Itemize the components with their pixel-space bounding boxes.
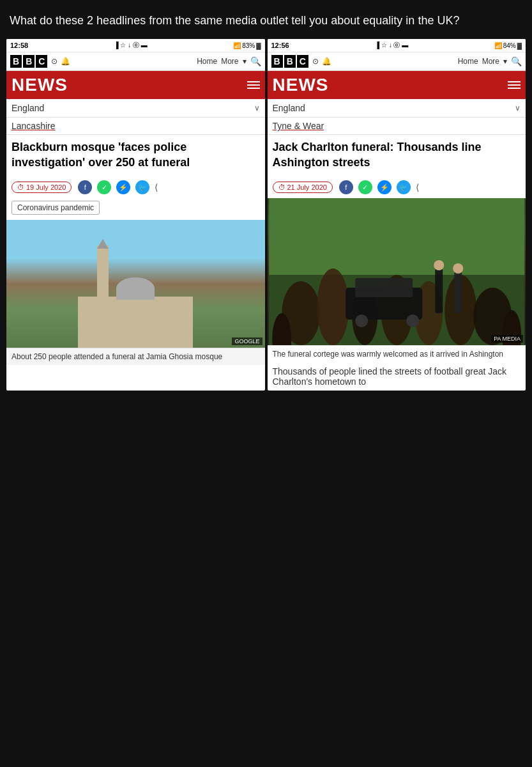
wifi-icon: 📶 (233, 42, 241, 49)
left-bbc-logo: B B C (10, 55, 47, 68)
bbc-b2: B (23, 55, 34, 68)
minaret-top (97, 239, 109, 249)
left-share-icons: f ✓ ⚡ 🐦 ⟨ (78, 180, 158, 194)
left-date: 19 July 2020 (26, 183, 66, 191)
right-more-text: Thousands of people lined the streets of… (268, 362, 526, 391)
more-link[interactable]: More (221, 57, 238, 66)
left-battery-area: 📶 83% ▓ (233, 42, 261, 49)
home-link[interactable]: Home (197, 57, 217, 66)
screenshots-row: 12:58 ▐ ☆ ↓ ⓔ ▬ 📶 83% ▓ B B C ⊙ (6, 39, 526, 391)
svg-point-16 (434, 260, 444, 270)
right-facebook-icon[interactable]: f (339, 180, 353, 194)
right-battery-text: 84% (503, 42, 516, 49)
right-bell-icon[interactable]: 🔔 (322, 57, 331, 66)
right-time: 12:56 (271, 42, 289, 49)
right-funeral-image: PA MEDIA (268, 198, 526, 345)
left-nav-icons: ⊙ 🔔 (51, 57, 193, 66)
left-hamburger[interactable] (247, 81, 260, 89)
right-bbc-b: B (271, 55, 283, 68)
funeral-svg (268, 198, 526, 345)
right-share-icon[interactable]: ⟨ (416, 182, 419, 192)
left-status-icons: ▐ ☆ ↓ ⓔ ▬ (114, 41, 148, 50)
right-share-icons: f ✓ ⚡ 🐦 ⟨ (339, 180, 419, 194)
circle-icon[interactable]: ⊙ (51, 57, 57, 66)
right-date-badge: ⏱ 21 July 2020 (273, 182, 333, 193)
right-battery-icon: ▓ (517, 42, 522, 49)
left-region-row: England ∨ (11, 103, 260, 113)
right-funeral-caption: The funeral cortege was warmly welcomed … (268, 345, 526, 362)
right-nav-links: Home More ▾ (458, 57, 507, 66)
bbc-c: C (36, 55, 47, 68)
right-region-row: England ∨ (273, 103, 521, 113)
question-text: What do these 2 headlines from the same … (6, 13, 526, 29)
left-image-credit: GOOGLE (232, 337, 262, 345)
right-status-icons: ▐ ☆ ↓ ⓔ ▬ (375, 41, 408, 50)
left-share-icon[interactable]: ⟨ (155, 182, 158, 192)
right-region-section: England ∨ (268, 99, 526, 118)
svg-point-18 (453, 263, 463, 274)
right-nav-icons: ⊙ 🔔 (312, 57, 454, 66)
right-sub-region: Tyne & Wear (268, 118, 526, 135)
left-lancashire-link[interactable]: Lancashire (11, 121, 56, 131)
right-more-link[interactable]: More (482, 57, 499, 66)
left-chevron-icon: ∨ (254, 104, 260, 112)
right-wifi-icon: 📶 (494, 42, 502, 49)
right-hamburger[interactable] (508, 81, 521, 89)
right-news-header: NEWS (268, 71, 526, 99)
left-article-section: Blackburn mosque 'faces police investiga… (6, 135, 265, 178)
left-messenger-icon[interactable]: ⚡ (116, 180, 130, 194)
mosque-building (78, 297, 193, 348)
right-messenger-icon[interactable]: ⚡ (377, 180, 391, 194)
right-twitter-icon[interactable]: 🐦 (397, 180, 411, 194)
right-headline[interactable]: Jack Charlton funeral: Thousands line As… (273, 140, 521, 170)
outer-wrapper: What do these 2 headlines from the same … (0, 0, 532, 403)
mosque-image-bg (6, 220, 265, 348)
right-screenshot: 12:56 ▐ ☆ ↓ ⓔ ▬ 📶 84% ▓ B B C ⊙ (268, 39, 526, 391)
left-twitter-icon[interactable]: 🐦 (135, 180, 149, 194)
svg-rect-17 (454, 272, 462, 313)
left-bbc-nav: B B C ⊙ 🔔 Home More ▾ 🔍 (6, 52, 265, 71)
left-date-badge: ⏱ 19 July 2020 (11, 182, 72, 193)
left-whatsapp-icon[interactable]: ✓ (97, 180, 111, 194)
right-date-share-row: ⏱ 21 July 2020 f ✓ ⚡ 🐦 ⟨ (268, 178, 526, 198)
right-battery-area: 📶 84% ▓ (494, 42, 522, 49)
right-bbc-b2: B (284, 55, 296, 68)
left-tag-section: Coronavirus pandemic (6, 198, 265, 220)
bbc-b: B (10, 55, 22, 68)
right-news-title: NEWS (273, 75, 329, 95)
right-search[interactable]: 🔍 (511, 56, 522, 66)
left-tag[interactable]: Coronavirus pandemic (11, 201, 100, 215)
right-image-credit: PA MEDIA (491, 335, 523, 343)
right-dropdown-arrow: ▾ (503, 57, 507, 66)
left-nav-links: Home More ▾ (197, 57, 246, 66)
left-facebook-icon[interactable]: f (78, 180, 92, 194)
right-home-link[interactable]: Home (458, 57, 478, 66)
signal-icon: ▐ ☆ ↓ ⓔ ▬ (114, 41, 148, 50)
left-clock-icon: ⏱ (17, 183, 24, 191)
right-whatsapp-icon[interactable]: ✓ (358, 180, 372, 194)
left-date-share-row: ⏱ 19 July 2020 f ✓ ⚡ 🐦 ⟨ (6, 178, 265, 198)
left-time: 12:58 (10, 42, 28, 49)
left-news-title: NEWS (11, 75, 68, 95)
left-region-section: England ∨ (6, 99, 265, 118)
mosque-dome (116, 277, 155, 300)
right-bbc-c: C (297, 55, 308, 68)
svg-rect-1 (269, 198, 524, 275)
bell-icon[interactable]: 🔔 (61, 57, 70, 66)
right-bbc-nav: B B C ⊙ 🔔 Home More ▾ 🔍 (268, 52, 526, 71)
right-clock-icon: ⏱ (278, 183, 285, 191)
right-region-label[interactable]: England (273, 103, 305, 113)
right-tyne-link[interactable]: Tyne & Wear (273, 121, 324, 131)
svg-point-3 (317, 268, 349, 345)
left-search[interactable]: 🔍 (250, 56, 261, 66)
right-bbc-logo: B B C (271, 55, 308, 68)
right-circle-icon[interactable]: ⊙ (312, 57, 319, 66)
right-chevron-icon: ∨ (515, 104, 521, 112)
svg-point-12 (406, 314, 419, 327)
left-headline[interactable]: Blackburn mosque 'faces police investiga… (11, 140, 260, 170)
left-status-bar: 12:58 ▐ ☆ ↓ ⓔ ▬ 📶 83% ▓ (6, 39, 265, 52)
left-region-label[interactable]: England (11, 103, 44, 113)
right-date: 21 July 2020 (287, 183, 327, 191)
svg-rect-15 (435, 268, 443, 313)
dropdown-arrow: ▾ (243, 57, 247, 66)
